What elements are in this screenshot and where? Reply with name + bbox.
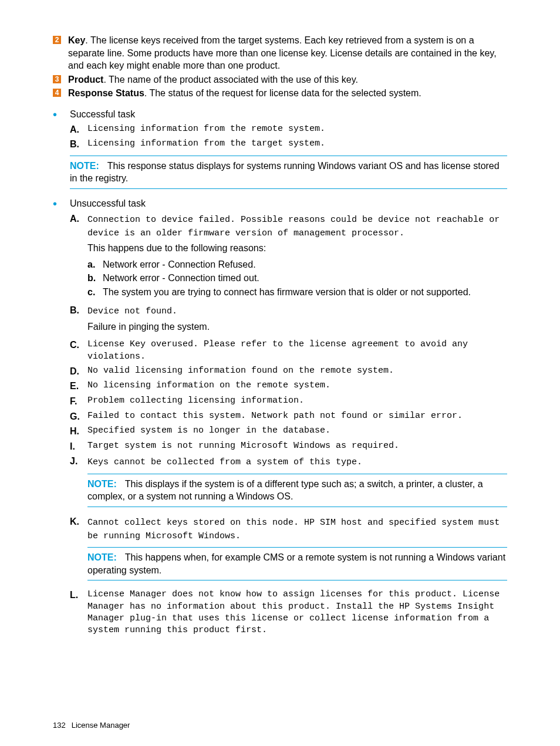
alpha-mark: I.: [70, 440, 87, 453]
term-response-status-text: . The status of the request for license …: [144, 88, 421, 98]
page: 2 Key. The license keys received from th…: [0, 0, 560, 746]
success-item-b-text: Licensing information from the target sy…: [87, 138, 507, 150]
fail-i-text: Target system is not running Microsoft W…: [87, 440, 507, 452]
alpha-mark: B.: [70, 304, 87, 317]
note-label: NOTE:: [87, 479, 117, 489]
alpha-mark: A.: [70, 123, 87, 136]
alpha-mark: F.: [70, 395, 87, 408]
term-product-text: . The name of the product associated wit…: [103, 75, 357, 85]
numbered-list: 2 Key. The license keys received from th…: [53, 34, 507, 100]
alpha-mark: A.: [70, 212, 87, 225]
fail-item-e: E. No licensing information on the remot…: [70, 380, 507, 393]
num-body: Key. The license keys received from the …: [68, 34, 507, 72]
sub-alpha-mark: b.: [87, 272, 103, 285]
num-badge: 4: [53, 89, 61, 97]
fail-a-intro: This happens due to the following reason…: [87, 242, 507, 255]
fail-item-d: D. No valid licensing information found …: [70, 365, 507, 378]
alpha-body: Cannot collect keys stored on this node.…: [87, 515, 507, 587]
alpha-mark: G.: [70, 410, 87, 423]
alpha-body: Device not found. Failure in pinging the…: [87, 304, 507, 336]
fail-item-g: G. Failed to contact this system. Networ…: [70, 410, 507, 423]
fail-item-a: A. Connection to device failed. Possible…: [70, 212, 507, 302]
fail-j-text: Keys cannot be collected from a system o…: [87, 457, 362, 467]
success-item-a-text: Licensing information from the remote sy…: [87, 123, 507, 135]
alpha-body: Keys cannot be collected from a system o…: [87, 455, 507, 512]
fail-alpha-list: A. Connection to device failed. Possible…: [70, 212, 507, 637]
term-product: Product: [68, 75, 103, 85]
num-badge: 3: [53, 75, 61, 83]
success-alpha-list: A. Licensing information from the remote…: [70, 123, 507, 151]
num-badge: 2: [53, 36, 61, 44]
numbered-item-4: 4 Response Status. The status of the req…: [53, 87, 507, 100]
bullet-body: Successful task A. Licensing information…: [70, 108, 507, 195]
fail-f-text: Problem collecting licensing information…: [87, 395, 507, 407]
fail-b-text: Device not found.: [87, 306, 177, 316]
note-k-text: This happens when, for example CMS or a …: [87, 552, 505, 575]
fail-a-sub-a: a. Network error - Connection Refused.: [87, 258, 507, 271]
fail-item-k: K. Cannot collect keys stored on this no…: [70, 515, 507, 587]
bullet-list: • Successful task A. Licensing informati…: [53, 108, 507, 639]
note-box-j: NOTE:This displays if the system is of a…: [87, 474, 507, 507]
fail-a-sub-a-text: Network error - Connection Refused.: [103, 258, 256, 271]
term-key-text: . The license keys received from the tar…: [68, 35, 497, 70]
num-body: Response Status. The status of the reque…: [68, 87, 507, 100]
note-success-text: This response status displays for system…: [70, 161, 500, 184]
success-item-a: A. Licensing information from the remote…: [70, 123, 507, 136]
fail-c-text: License Key overused. Please refer to th…: [87, 339, 507, 363]
note-label: NOTE:: [70, 161, 99, 171]
fail-l-text: License Manager does not know how to ass…: [87, 589, 507, 636]
alpha-mark: H.: [70, 425, 87, 438]
fail-item-j: J. Keys cannot be collected from a syste…: [70, 455, 507, 512]
numbered-item-3: 3 Product. The name of the product assoc…: [53, 73, 507, 86]
note-box-success: NOTE:This response status displays for s…: [70, 156, 507, 189]
fail-k-text: Cannot collect keys stored on this node.…: [87, 518, 500, 541]
fail-item-i: I. Target system is not running Microsof…: [70, 440, 507, 453]
note-j-text: This displays if the system is of a diff…: [87, 479, 483, 502]
fail-e-text: No licensing information on the remote s…: [87, 380, 507, 391]
note-box-k: NOTE:This happens when, for example CMS …: [87, 547, 507, 580]
alpha-mark: C.: [70, 339, 87, 352]
alpha-mark: B.: [70, 138, 87, 151]
successful-task-title: Successful task: [70, 109, 135, 119]
fail-a-sub-c: c. The system you are trying to connect …: [87, 286, 507, 299]
fail-item-c: C. License Key overused. Please refer to…: [70, 339, 507, 363]
page-number: 132: [53, 721, 66, 730]
num-body: Product. The name of the product associa…: [68, 73, 507, 86]
unsuccessful-task-title: Unsuccessful task: [70, 198, 146, 208]
alpha-mark: K.: [70, 515, 87, 528]
fail-a-text: Connection to device failed. Possible re…: [87, 215, 500, 238]
alpha-mark: L.: [70, 589, 87, 602]
fail-a-sub-b-text: Network error - Connection timed out.: [103, 272, 259, 285]
fail-b-after: Failure in pinging the system.: [87, 320, 507, 333]
fail-item-h: H. Specified system is no longer in the …: [70, 425, 507, 438]
alpha-mark: J.: [70, 455, 87, 468]
success-item-b: B. Licensing information from the target…: [70, 138, 507, 151]
page-footer: 132License Manager: [53, 720, 130, 731]
sub-alpha-mark: c.: [87, 286, 103, 299]
fail-item-b: B. Device not found. Failure in pinging …: [70, 304, 507, 336]
alpha-body: Connection to device failed. Possible re…: [87, 212, 507, 302]
fail-item-f: F. Problem collecting licensing informat…: [70, 395, 507, 408]
alpha-mark: E.: [70, 380, 87, 393]
footer-section: License Manager: [72, 721, 130, 730]
alpha-mark: D.: [70, 365, 87, 378]
bullet-icon: •: [53, 110, 57, 119]
fail-a-sub-c-text: The system you are trying to connect has…: [103, 286, 471, 299]
term-key: Key: [68, 35, 85, 45]
bullet-body: Unsuccessful task A. Connection to devic…: [70, 197, 507, 639]
fail-d-text: No valid licensing information found on …: [87, 365, 507, 377]
bullet-icon: •: [53, 199, 57, 208]
term-response-status: Response Status: [68, 88, 144, 98]
fail-item-l: L. License Manager does not know how to …: [70, 589, 507, 636]
sub-alpha-mark: a.: [87, 258, 103, 271]
fail-g-text: Failed to contact this system. Network p…: [87, 410, 507, 422]
bullet-successful-task: • Successful task A. Licensing informati…: [53, 108, 507, 195]
fail-a-sub-b: b. Network error - Connection timed out.: [87, 272, 507, 285]
fail-a-sublist: a. Network error - Connection Refused. b…: [87, 258, 507, 299]
fail-h-text: Specified system is no longer in the dat…: [87, 425, 507, 437]
numbered-item-2: 2 Key. The license keys received from th…: [53, 34, 507, 72]
bullet-unsuccessful-task: • Unsuccessful task A. Connection to dev…: [53, 197, 507, 639]
note-label: NOTE:: [87, 552, 117, 562]
